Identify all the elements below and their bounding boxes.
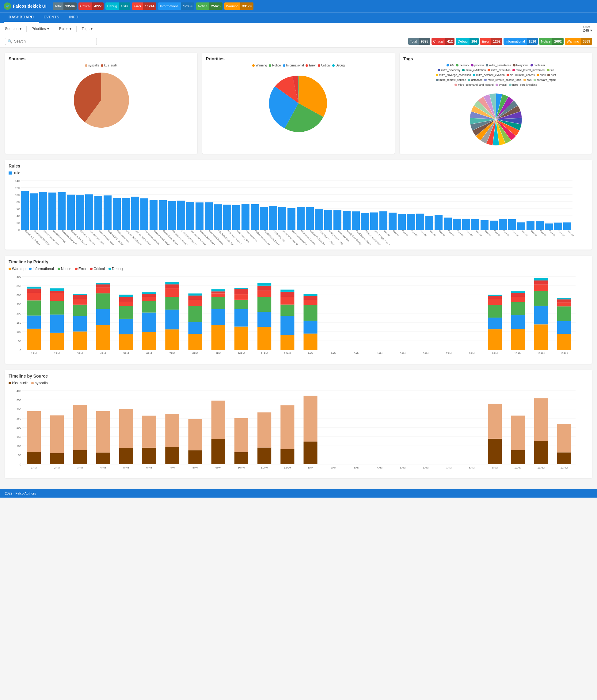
svg-rect-322 bbox=[212, 439, 225, 465]
svg-rect-220 bbox=[235, 294, 248, 300]
svg-text:3AM: 3AM bbox=[354, 466, 359, 469]
svg-text:50: 50 bbox=[18, 454, 21, 457]
svg-text:350: 350 bbox=[17, 284, 21, 288]
rules-bar-chart-svg: 020406080100120140Container Drift Detect… bbox=[8, 178, 576, 245]
svg-rect-310 bbox=[119, 448, 133, 464]
legend-item-syscalls: syscalls bbox=[85, 64, 99, 67]
svg-rect-88 bbox=[352, 211, 360, 230]
legend-dot-syscalls bbox=[85, 64, 87, 67]
tags-chevron-icon: ▾ bbox=[91, 27, 93, 31]
svg-rect-28 bbox=[76, 195, 84, 230]
summary-badge-error: Error1252 bbox=[480, 38, 502, 45]
svg-rect-56 bbox=[205, 202, 213, 230]
svg-rect-240 bbox=[304, 305, 317, 321]
sources-filter[interactable]: Sources ▾ bbox=[5, 27, 21, 31]
svg-rect-273 bbox=[557, 334, 571, 350]
tags-filter[interactable]: Tags ▾ bbox=[81, 27, 92, 31]
footer-text: 2022 - Falco Authors bbox=[5, 492, 36, 495]
priorities-pie-svg bbox=[265, 70, 332, 137]
summary-badge-total: Total9895 bbox=[408, 38, 430, 45]
svg-rect-74 bbox=[287, 208, 295, 230]
sources-chart-card: Sources syscalls k8s_audit bbox=[5, 53, 197, 154]
search-box[interactable]: 🔍 bbox=[5, 38, 97, 45]
svg-text:20: 20 bbox=[17, 221, 20, 224]
svg-rect-30 bbox=[85, 195, 93, 230]
svg-rect-102 bbox=[416, 214, 424, 230]
svg-rect-96 bbox=[389, 213, 397, 230]
svg-text:400: 400 bbox=[17, 275, 21, 278]
svg-text:150: 150 bbox=[17, 321, 21, 324]
svg-text:8AM: 8AM bbox=[469, 466, 475, 469]
svg-rect-328 bbox=[258, 448, 271, 465]
pie-charts-row: Sources syscalls k8s_audit bbox=[5, 53, 592, 154]
tags-filter-label: Tags bbox=[81, 27, 89, 31]
svg-rect-276 bbox=[557, 303, 571, 306]
svg-rect-332 bbox=[281, 405, 294, 449]
svg-text:Rule 45: Rule 45 bbox=[429, 229, 437, 237]
stat-badge-total: Total93504 bbox=[53, 2, 77, 10]
svg-rect-211 bbox=[212, 309, 225, 325]
svg-text:100: 100 bbox=[15, 194, 20, 197]
search-input[interactable] bbox=[14, 39, 94, 44]
svg-text:11AM: 11AM bbox=[537, 466, 545, 469]
svg-rect-198 bbox=[165, 297, 179, 309]
svg-rect-308 bbox=[96, 411, 110, 453]
svg-rect-215 bbox=[212, 290, 225, 292]
svg-rect-253 bbox=[488, 318, 502, 329]
svg-text:Rule 43: Rule 43 bbox=[411, 229, 418, 237]
svg-rect-233 bbox=[281, 305, 294, 316]
priorities-chart-title: Priorities bbox=[206, 56, 391, 61]
svg-rect-264 bbox=[511, 291, 525, 293]
tab-dashboard[interactable]: DASHBOARD bbox=[4, 12, 39, 23]
svg-rect-217 bbox=[235, 327, 248, 350]
svg-text:7PM: 7PM bbox=[169, 352, 175, 355]
svg-text:300: 300 bbox=[17, 294, 21, 297]
svg-rect-347 bbox=[511, 450, 525, 464]
svg-text:10AM: 10AM bbox=[514, 352, 522, 355]
svg-rect-185 bbox=[119, 302, 133, 306]
svg-text:Rule 42: Rule 42 bbox=[402, 229, 409, 237]
svg-text:0: 0 bbox=[20, 463, 21, 466]
timeline-source-card: Timeline by Source k8s_audit syscalls 05… bbox=[5, 370, 592, 478]
svg-text:40: 40 bbox=[17, 214, 20, 218]
svg-text:140: 140 bbox=[15, 179, 20, 182]
svg-rect-222 bbox=[235, 288, 248, 290]
svg-text:5PM: 5PM bbox=[123, 352, 129, 355]
svg-rect-242 bbox=[304, 296, 317, 300]
svg-text:4AM: 4AM bbox=[377, 466, 382, 469]
svg-rect-24 bbox=[57, 192, 66, 230]
svg-text:3PM: 3PM bbox=[77, 352, 83, 355]
svg-rect-66 bbox=[251, 204, 259, 230]
svg-rect-201 bbox=[165, 282, 179, 284]
svg-text:1AM: 1AM bbox=[308, 466, 313, 469]
svg-rect-225 bbox=[258, 312, 271, 327]
tab-info[interactable]: INFO bbox=[64, 12, 83, 23]
timeline-priority-card: Timeline by Priority Warning Information… bbox=[5, 256, 592, 364]
svg-rect-78 bbox=[306, 207, 314, 230]
svg-rect-163 bbox=[50, 301, 64, 315]
svg-rect-62 bbox=[232, 205, 240, 230]
svg-text:Rule 56: Rule 56 bbox=[530, 229, 538, 237]
svg-rect-32 bbox=[94, 196, 102, 230]
summary-badges: Total9895Critical412Debug184Error1252Inf… bbox=[408, 38, 592, 45]
svg-rect-261 bbox=[511, 302, 525, 315]
svg-rect-68 bbox=[260, 207, 268, 230]
svg-text:12PM: 12PM bbox=[560, 352, 568, 355]
svg-rect-236 bbox=[281, 290, 294, 292]
svg-text:6AM: 6AM bbox=[423, 466, 429, 469]
svg-rect-186 bbox=[119, 297, 133, 302]
tab-events[interactable]: EVENTS bbox=[39, 12, 64, 23]
svg-rect-54 bbox=[195, 202, 204, 230]
svg-rect-192 bbox=[142, 297, 156, 301]
svg-text:120: 120 bbox=[15, 186, 20, 190]
svg-text:7PM: 7PM bbox=[169, 466, 175, 469]
rules-filter[interactable]: Rules ▾ bbox=[59, 27, 72, 31]
svg-text:2PM: 2PM bbox=[54, 466, 60, 469]
svg-rect-214 bbox=[212, 292, 225, 294]
svg-text:Rule 55: Rule 55 bbox=[521, 229, 529, 237]
svg-rect-329 bbox=[258, 412, 271, 448]
svg-rect-278 bbox=[557, 298, 571, 299]
since-value[interactable]: 24h ▾ bbox=[583, 28, 592, 32]
priorities-filter[interactable]: Priorities ▾ bbox=[31, 27, 49, 31]
priorities-legend: Warning Notice Informational Error Criti… bbox=[252, 64, 344, 67]
